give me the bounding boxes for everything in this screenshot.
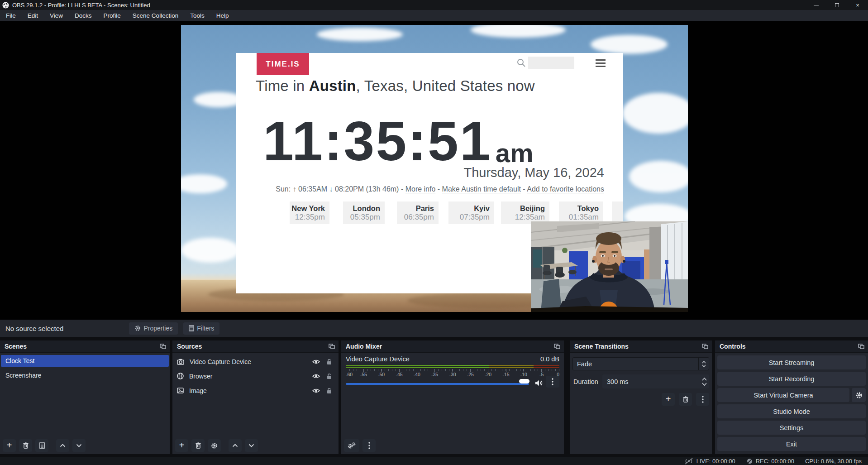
mixer-menu-button[interactable] bbox=[362, 439, 376, 452]
scenes-title: Scenes bbox=[5, 343, 27, 350]
make-default-link: Make Austin time default bbox=[442, 185, 521, 193]
start-recording-button[interactable]: Start Recording bbox=[717, 372, 866, 386]
globe-icon bbox=[177, 373, 184, 379]
source-toolbar: No source selected Properties Filters bbox=[0, 320, 868, 337]
source-properties-button[interactable] bbox=[208, 439, 221, 452]
close-button[interactable]: × bbox=[847, 0, 868, 10]
menu-profile[interactable]: Profile bbox=[98, 11, 127, 20]
lock-icon[interactable] bbox=[326, 373, 332, 379]
world-time-tile: Tokyo 01:35am bbox=[559, 201, 603, 224]
remove-transition-button[interactable] bbox=[679, 393, 692, 406]
cloud bbox=[181, 238, 240, 263]
source-row-browser[interactable]: Browser bbox=[172, 370, 339, 382]
speaker-icon[interactable] bbox=[535, 379, 543, 387]
add-transition-button[interactable]: + bbox=[662, 393, 675, 406]
trash-icon bbox=[23, 442, 29, 449]
maximize-button[interactable] bbox=[826, 0, 847, 10]
image-icon bbox=[177, 388, 184, 393]
mixer-channel-menu-button[interactable] bbox=[546, 376, 559, 388]
chevron-up-icon bbox=[702, 361, 706, 364]
controls-dock: Controls Start Streaming Start Recording… bbox=[715, 340, 868, 454]
popout-icon[interactable] bbox=[858, 344, 864, 349]
start-virtual-camera-button[interactable]: Start Virtual Camera bbox=[717, 388, 849, 402]
site-date: Thursday, May 16, 2024 bbox=[463, 165, 604, 180]
cloud bbox=[629, 161, 688, 192]
menu-bar: File Edit View Docks Profile Scene Colle… bbox=[0, 10, 868, 21]
menu-edit[interactable]: Edit bbox=[22, 11, 44, 20]
volume-slider-handle[interactable] bbox=[519, 379, 529, 384]
lock-icon[interactable] bbox=[326, 388, 332, 394]
combo-arrows bbox=[698, 358, 709, 370]
transition-menu-button[interactable] bbox=[696, 393, 709, 406]
source-row-video-capture[interactable]: Video Capture Device bbox=[172, 356, 339, 367]
exit-button[interactable]: Exit bbox=[717, 437, 866, 451]
audio-mixer-title: Audio Mixer bbox=[346, 343, 382, 350]
source-up-button[interactable] bbox=[229, 439, 242, 452]
source-row-image[interactable]: Image bbox=[172, 385, 339, 396]
chevron-up-icon bbox=[60, 444, 66, 447]
cloud bbox=[181, 174, 227, 193]
menu-file[interactable]: File bbox=[0, 11, 22, 20]
popout-icon[interactable] bbox=[329, 344, 335, 349]
lock-icon[interactable] bbox=[326, 359, 332, 365]
popout-icon[interactable] bbox=[702, 344, 708, 349]
studio-mode-button[interactable]: Studio Mode bbox=[717, 404, 866, 418]
obs-window: OBS 29.1.2 - Profile: LLHLS BETA - Scene… bbox=[0, 0, 868, 465]
visibility-eye-icon[interactable] bbox=[312, 388, 320, 393]
properties-button[interactable]: Properties bbox=[129, 322, 178, 335]
duration-label: Duration bbox=[573, 378, 598, 385]
hamburger-menu-icon bbox=[596, 59, 606, 69]
add-source-button[interactable]: + bbox=[175, 439, 188, 452]
spin-arrows bbox=[702, 374, 707, 388]
program-canvas[interactable]: TIME.IS Time in Austin, Texas, United St… bbox=[181, 25, 688, 312]
virtual-camera-config-button[interactable] bbox=[852, 388, 866, 402]
minimize-button[interactable] bbox=[806, 0, 826, 10]
menu-docks[interactable]: Docks bbox=[69, 11, 98, 20]
scene-item-screenshare[interactable]: Screenshare bbox=[1, 369, 169, 381]
filter-icon bbox=[189, 325, 194, 331]
remove-scene-button[interactable] bbox=[19, 439, 32, 452]
live-status: LIVE: 00:00:00 bbox=[684, 458, 735, 465]
clock-time: 11:35:51 bbox=[263, 114, 492, 169]
scene-transitions-dock: Scene Transitions Fade Duration 300 ms bbox=[570, 340, 712, 454]
visibility-eye-icon[interactable] bbox=[312, 374, 320, 379]
remove-source-button[interactable] bbox=[191, 439, 205, 452]
menu-help[interactable]: Help bbox=[210, 11, 235, 20]
settings-button[interactable]: Settings bbox=[717, 421, 866, 435]
start-streaming-button[interactable]: Start Streaming bbox=[717, 355, 866, 369]
scene-filters-button[interactable] bbox=[35, 439, 48, 452]
webcam-video bbox=[531, 221, 688, 312]
world-time-tile: Paris 06:35pm bbox=[397, 201, 439, 224]
scene-item-clock-test[interactable]: Clock Test bbox=[1, 355, 169, 367]
visibility-eye-icon[interactable] bbox=[312, 359, 320, 364]
webcam-overlay bbox=[531, 221, 688, 312]
window-title: OBS 29.1.2 - Profile: LLHLS BETA - Scene… bbox=[12, 2, 150, 9]
filters-button[interactable]: Filters bbox=[183, 322, 219, 335]
trash-icon bbox=[196, 442, 201, 449]
menu-view[interactable]: View bbox=[44, 11, 69, 20]
popout-icon[interactable] bbox=[554, 344, 560, 349]
duration-spinbox[interactable]: 300 ms bbox=[602, 374, 709, 388]
record-inactive-icon bbox=[746, 458, 753, 465]
add-scene-button[interactable]: + bbox=[3, 439, 16, 452]
menu-scene-collection[interactable]: Scene Collection bbox=[127, 11, 184, 20]
sources-dock: Sources Video Capture Device bbox=[172, 340, 339, 454]
advanced-audio-button[interactable] bbox=[344, 439, 359, 452]
db-scale-ruler: -60 -55 -50 -45 -40 -35 -30 -25 -20 -15 … bbox=[346, 369, 559, 377]
popout-icon[interactable] bbox=[160, 344, 166, 349]
spin-down-icon[interactable] bbox=[702, 383, 707, 386]
kebab-menu-icon bbox=[368, 442, 370, 449]
volume-slider[interactable] bbox=[346, 383, 529, 385]
spin-up-icon[interactable] bbox=[702, 378, 707, 381]
scene-down-button[interactable] bbox=[72, 439, 86, 452]
gear-icon bbox=[134, 325, 141, 331]
sources-title: Sources bbox=[177, 343, 202, 350]
scene-up-button[interactable] bbox=[56, 439, 69, 452]
source-down-button[interactable] bbox=[245, 439, 258, 452]
world-time-tile: Beijing 12:35am bbox=[501, 201, 549, 224]
trash-icon bbox=[683, 396, 688, 403]
transition-select[interactable]: Fade bbox=[572, 357, 709, 370]
site-search-input bbox=[528, 57, 574, 69]
menu-tools[interactable]: Tools bbox=[184, 11, 210, 20]
title-bar: OBS 29.1.2 - Profile: LLHLS BETA - Scene… bbox=[0, 0, 868, 10]
